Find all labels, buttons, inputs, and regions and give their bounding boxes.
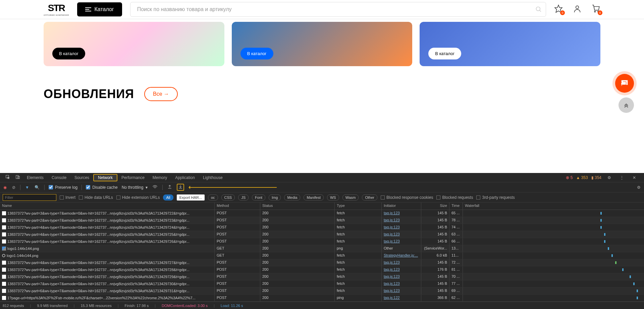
table-row[interactable]: 13837372?wv-part=6&wv-type=7&wmode=0&wv-… — [0, 266, 644, 273]
table-row[interactable]: logo1-144x144.pngGET200fetchStrategyHand… — [0, 252, 644, 259]
header-status[interactable]: Status — [260, 203, 335, 210]
initiator-link[interactable]: tag.js:122 — [384, 296, 400, 300]
table-row[interactable]: 13837372?wv-part=2&wv-type=7&wmode=0&wv-… — [0, 217, 644, 224]
initiator-link[interactable]: tag.js:123 — [384, 232, 400, 236]
blocked-cookies-checkbox[interactable]: Blocked response cookies — [381, 195, 433, 200]
initiator-link[interactable]: tag.js:123 — [384, 260, 400, 264]
banner-2[interactable]: В каталог — [232, 22, 413, 66]
search-icon[interactable] — [535, 6, 542, 13]
footer-transferred: 9.9 MB transferred — [37, 304, 67, 308]
hide-data-urls-checkbox[interactable]: Hide data URLs — [79, 195, 113, 200]
banner-3-button[interactable]: В каталог — [428, 48, 461, 59]
tab-lighthouse[interactable]: Lighthouse — [199, 173, 227, 182]
chip-css[interactable]: CSS — [221, 194, 235, 201]
logo[interactable]: STR оптовая компания — [44, 3, 69, 16]
favorites-button[interactable]: 0 — [554, 4, 563, 14]
catalog-button[interactable]: Каталог — [77, 2, 122, 16]
table-row[interactable]: logo1-144x144.pngGET200pngOther(ServiceW… — [0, 245, 644, 252]
initiator-link[interactable]: tag.js:123 — [384, 281, 400, 285]
file-icon — [2, 232, 6, 236]
chip-manifest[interactable]: Manifest — [304, 194, 324, 201]
throttling-select[interactable]: No throttling ▾ — [122, 185, 148, 190]
chip-wasm[interactable]: Wasm — [342, 194, 359, 201]
waterfall-bar — [633, 282, 635, 285]
chip-font[interactable]: Font — [252, 194, 265, 201]
table-row[interactable]: 1?page-url=https%3A%2F%2Fstr-mobile.ru%2… — [0, 295, 644, 302]
header-name[interactable]: Name — [0, 203, 215, 210]
waterfall-bar — [604, 233, 605, 236]
banner-2-button[interactable]: В каталог — [240, 48, 273, 59]
blocked-requests-checkbox[interactable]: Blocked requests — [436, 195, 473, 200]
network-settings-icon[interactable]: ⚙ — [636, 185, 641, 190]
chip-all[interactable]: All — [163, 194, 173, 201]
table-row[interactable]: 13837372?wv-part=4&wv-type=7&wmode=0&wv-… — [0, 231, 644, 238]
inspect-icon[interactable] — [3, 175, 13, 180]
waterfall-bar — [630, 275, 631, 278]
tab-console[interactable]: Console — [48, 173, 70, 182]
download-har-icon[interactable] — [177, 184, 184, 191]
more-icon[interactable]: ⋮ — [617, 175, 627, 180]
chip-doc[interactable]: oc — [208, 194, 218, 201]
cart-button[interactable]: 0 — [592, 4, 600, 14]
table-row[interactable]: 13837372?wv-part=3&wv-type=7&wmode=0&wv-… — [0, 210, 644, 217]
tab-sources[interactable]: Sources — [70, 173, 93, 182]
view-all-button[interactable]: Все → — [144, 87, 178, 101]
header-initiator[interactable]: Initiator — [382, 203, 421, 210]
settings-icon[interactable]: ⚙ — [605, 175, 614, 180]
table-row[interactable]: 13837372?wv-part=5&wv-type=7&wmode=0&wv-… — [0, 238, 644, 245]
table-row[interactable]: 13837372?wv-part=4&wv-type=7&wmode=0&wv-… — [0, 259, 644, 266]
table-row[interactable]: 13837372?wv-part=5&wv-type=7&wmode=0&wv-… — [0, 273, 644, 280]
header-size[interactable]: Size — [421, 203, 449, 210]
banner-1[interactable]: В каталог — [44, 22, 224, 66]
header-type[interactable]: Type — [335, 203, 382, 210]
tab-elements[interactable]: Elements — [23, 173, 48, 182]
initiator-link[interactable]: tag.js:123 — [384, 274, 400, 278]
banner-3[interactable]: В каталог — [420, 22, 600, 66]
close-icon[interactable]: ✕ — [630, 175, 639, 180]
clear-icon[interactable]: ⊘ — [11, 185, 16, 190]
table-row[interactable]: 13837372?wv-part=7&wv-type=7&wmode=0&wv-… — [0, 280, 644, 288]
search-input[interactable] — [130, 2, 546, 17]
tab-performance[interactable]: Performance — [117, 173, 149, 182]
filter-icon[interactable]: ▼ — [24, 185, 30, 190]
chip-ws[interactable]: WS — [327, 194, 339, 201]
invert-checkbox[interactable]: Invert — [60, 195, 75, 200]
third-party-checkbox[interactable]: 3rd-party requests — [476, 195, 515, 200]
search-network-icon[interactable]: 🔍 — [34, 185, 40, 190]
chip-media[interactable]: Media — [284, 194, 300, 201]
table-row[interactable]: 13837372?wv-part=6&wv-type=7&wmode=0&wv-… — [0, 288, 644, 295]
error-count[interactable]: ⊗ 5 — [566, 175, 573, 180]
upload-icon[interactable] — [167, 184, 173, 190]
scroll-top-fab[interactable] — [619, 97, 634, 113]
header-method[interactable]: Method — [215, 203, 260, 210]
preserve-log-checkbox[interactable]: Preserve log — [49, 185, 77, 190]
chip-js[interactable]: JS — [238, 194, 249, 201]
tab-memory[interactable]: Memory — [149, 173, 171, 182]
initiator-link[interactable]: StrategyHandler.js:... — [384, 253, 418, 257]
initiator-link[interactable]: tag.js:123 — [384, 218, 400, 222]
tab-network[interactable]: Network — [93, 174, 117, 181]
account-button[interactable] — [573, 4, 582, 14]
chip-img[interactable]: Img — [269, 194, 281, 201]
initiator-link[interactable]: tag.js:123 — [384, 211, 400, 215]
initiator-link[interactable]: tag.js:123 — [384, 225, 400, 229]
chat-fab[interactable] — [615, 74, 634, 93]
header-waterfall[interactable]: Waterfall — [463, 203, 644, 210]
network-table-body[interactable]: 13837372?wv-part=3&wv-type=7&wmode=0&wv-… — [0, 210, 644, 302]
initiator-link[interactable]: tag.js:123 — [384, 239, 400, 243]
issue-count[interactable]: ▮ 354 — [591, 175, 601, 180]
warning-count[interactable]: ▲ 353 — [576, 175, 588, 180]
hide-extension-urls-checkbox[interactable]: Hide extension URLs — [116, 195, 160, 200]
table-row[interactable]: 13837372?wv-part=4&wv-type=7&wmode=0&wv-… — [0, 224, 644, 231]
wifi-icon[interactable] — [152, 185, 158, 190]
tab-application[interactable]: Application — [171, 173, 199, 182]
disable-cache-checkbox[interactable]: Disable cache — [86, 185, 117, 190]
device-icon[interactable] — [13, 175, 23, 180]
initiator-link[interactable]: tag.js:123 — [384, 289, 400, 293]
banner-1-button[interactable]: В каталог — [52, 48, 85, 59]
initiator-link[interactable]: tag.js:123 — [384, 267, 400, 271]
chip-other[interactable]: Other — [362, 194, 377, 201]
filter-input[interactable] — [3, 194, 56, 201]
header-time[interactable]: Time — [449, 203, 463, 210]
record-icon[interactable]: ◉ — [3, 185, 7, 190]
